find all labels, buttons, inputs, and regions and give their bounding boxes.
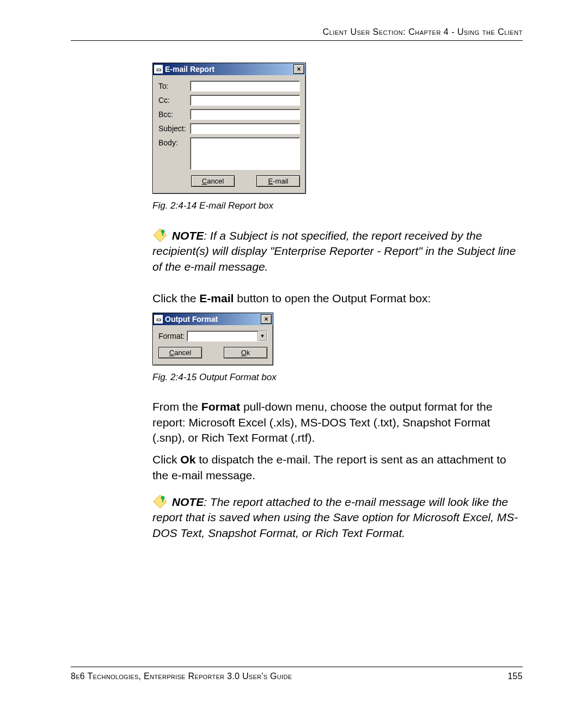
subject-label: Subject: (158, 123, 190, 133)
to-input[interactable] (190, 81, 300, 91)
figure-caption-1: Fig. 2:4-14 E-mail Report box (152, 200, 523, 211)
subject-input[interactable] (190, 123, 300, 134)
dialog-titlebar: ▭ E-mail Report × (153, 63, 305, 75)
note-icon (152, 494, 168, 509)
close-button[interactable]: × (261, 314, 272, 324)
body-textarea[interactable] (190, 137, 300, 170)
cancel-button[interactable]: Cancel (191, 175, 235, 187)
note-2: NOTE: The report attached to the e-mail … (152, 494, 523, 541)
dialog-titlebar: ▭ Output Format × (153, 313, 273, 325)
email-report-dialog: ▭ E-mail Report × To: Cc: Bcc: Sub (152, 63, 306, 194)
note-text: : If a Subject is not specified, the rep… (152, 229, 516, 273)
running-header: Client User Section: Chapter 4 - Using t… (71, 27, 523, 41)
paragraph-1: Click the E-mail button to open the Outp… (152, 291, 523, 306)
paragraph-2: From the Format pull-down menu, choose t… (152, 399, 523, 446)
footer-left: 8e6 Technologies, Enterprise Reporter 3.… (71, 672, 292, 681)
paragraph-3: Click Ok to dispatch the e-mail. The rep… (152, 452, 523, 483)
form-icon: ▭ (154, 315, 163, 324)
cancel-button[interactable]: Cancel (158, 347, 202, 358)
note-label: NOTE (172, 496, 204, 508)
format-dropdown[interactable]: ▼ (187, 331, 267, 341)
cc-input[interactable] (190, 95, 300, 106)
email-button[interactable]: E-mail (256, 175, 300, 187)
svg-marker-0 (154, 229, 167, 242)
form-icon: ▭ (154, 65, 163, 74)
dialog-title: Output Format (165, 315, 261, 324)
bcc-input[interactable] (190, 109, 300, 120)
close-button[interactable]: × (293, 64, 304, 74)
format-label: Format: (158, 331, 187, 340)
chevron-down-icon: ▼ (258, 331, 267, 341)
cc-label: Cc: (158, 95, 190, 105)
svg-rect-2 (162, 233, 163, 236)
ok-button[interactable]: Ok (224, 347, 267, 358)
to-label: To: (158, 81, 190, 90)
page-number: 155 (507, 672, 523, 681)
body-label: Body: (158, 137, 190, 147)
svg-marker-3 (154, 495, 167, 508)
note-1: NOTE: If a Subject is not specified, the… (152, 228, 523, 274)
dialog-title: E-mail Report (165, 65, 293, 74)
note-text: : The report attached to the e-mail mess… (152, 496, 518, 539)
output-format-dialog: ▭ Output Format × Format: ▼ Cancel Ok (152, 313, 273, 365)
figure-caption-2: Fig. 2:4-15 Output Format box (152, 372, 523, 383)
note-icon (152, 228, 168, 243)
svg-rect-5 (162, 499, 163, 502)
note-label: NOTE (172, 229, 204, 242)
bcc-label: Bcc: (158, 109, 190, 119)
